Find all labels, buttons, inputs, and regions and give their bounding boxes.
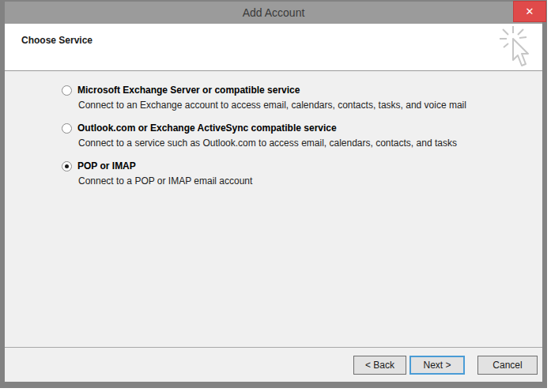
radio-0[interactable] (62, 85, 72, 96)
dialog-body: Choose Service Microsoft Exchange Server… (5, 24, 542, 382)
page-title: Choose Service (21, 35, 92, 46)
option-description: Connect to a POP or IMAP email account (78, 175, 526, 187)
next-button[interactable]: Next > (409, 356, 465, 375)
option-exchange: Microsoft Exchange Server or compatible … (62, 85, 526, 111)
close-button[interactable]: ✕ (513, 1, 546, 22)
cancel-button[interactable]: Cancel (477, 356, 538, 375)
radio-option-2[interactable]: POP or IMAP (62, 160, 526, 172)
wizard-header: Choose Service (5, 24, 542, 71)
radio-option-0[interactable]: Microsoft Exchange Server or compatible … (62, 85, 526, 96)
radio-option-1[interactable]: Outlook.com or Exchange ActiveSync compa… (62, 122, 526, 134)
radio-1[interactable] (62, 123, 72, 134)
option-outlook-activesync: Outlook.com or Exchange ActiveSync compa… (62, 122, 526, 149)
close-icon: ✕ (526, 6, 534, 17)
option-label: Microsoft Exchange Server or compatible … (77, 85, 300, 96)
title-bar: Add Account ✕ (5, 2, 542, 24)
option-label: POP or IMAP (77, 160, 136, 172)
window-title: Add Account (5, 2, 542, 24)
wizard-footer: < Back Next > Cancel (5, 347, 542, 382)
option-pop-imap: POP or IMAP Connect to a POP or IMAP ema… (62, 160, 526, 187)
add-account-dialog: Add Account ✕ Choose Service (0, 0, 547, 388)
option-label: Outlook.com or Exchange ActiveSync compa… (77, 122, 337, 134)
radio-2[interactable] (62, 161, 72, 172)
service-options: Microsoft Exchange Server or compatible … (5, 71, 542, 347)
option-description: Connect to a service such as Outlook.com… (78, 138, 526, 149)
click-cursor-icon (496, 25, 539, 71)
back-button[interactable]: < Back (353, 356, 406, 375)
option-description: Connect to an Exchange account to access… (78, 100, 526, 111)
